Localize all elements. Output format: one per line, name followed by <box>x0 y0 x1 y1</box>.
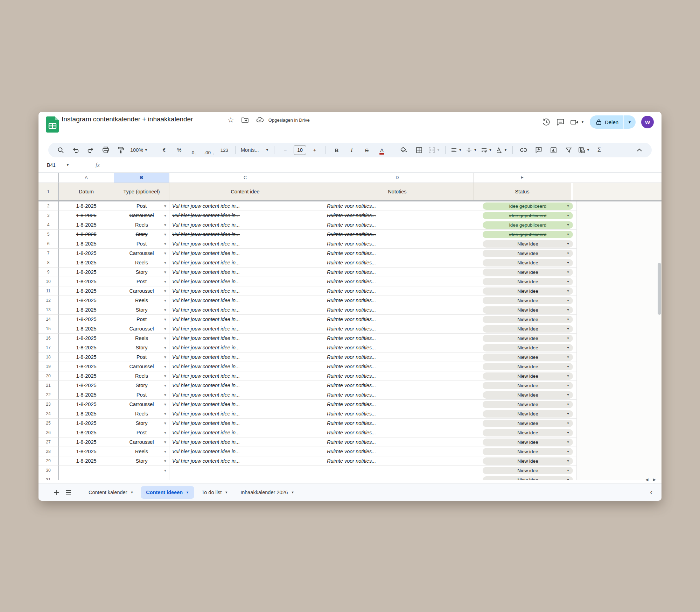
cell-notities[interactable]: Ruimte voor notities... <box>324 296 479 305</box>
cell-content-idee[interactable]: Vul hier jouw content idee in... <box>169 390 324 400</box>
dropdown-arrow-icon[interactable]: ▼ <box>163 365 167 369</box>
cell-datum[interactable]: 1-8-2025 <box>59 249 114 258</box>
header-cell[interactable]: Status <box>474 183 571 200</box>
cell-type[interactable]: ▼ <box>114 466 169 475</box>
dropdown-arrow-icon[interactable]: ▼ <box>163 431 167 435</box>
cell-empty-area[interactable] <box>577 381 662 390</box>
row-number[interactable]: 7 <box>38 249 59 258</box>
cell-datum[interactable]: 1-8-2025 <box>59 201 114 211</box>
row-number[interactable]: 4 <box>38 220 59 230</box>
row-number[interactable]: 5 <box>38 230 59 239</box>
vertical-scrollbar-thumb[interactable] <box>658 263 661 315</box>
cell-status[interactable]: Niew idee ▼ <box>479 475 577 480</box>
cell-notities[interactable]: Ruimte voor notities... <box>324 409 479 419</box>
name-box[interactable]: B41 ▼ <box>38 162 86 168</box>
cell-datum[interactable]: 1-8-2025 <box>59 456 114 466</box>
status-chip[interactable]: Niew idee ▼ <box>483 448 573 455</box>
cell-datum[interactable]: 1-8-2025 <box>59 362 114 371</box>
status-chip[interactable]: Niew idee ▼ <box>483 391 573 399</box>
cell-datum[interactable]: 1-8-2025 <box>59 277 114 286</box>
cell-type[interactable]: Story ▼ <box>114 343 169 353</box>
row-number[interactable]: 16 <box>38 334 59 343</box>
tab-dropdown-icon[interactable]: ▼ <box>130 491 133 494</box>
row-number[interactable]: 12 <box>38 296 59 305</box>
cell-status[interactable]: idee gepubliceerd ▼ <box>479 230 577 239</box>
dropdown-arrow-icon[interactable]: ▼ <box>163 384 167 387</box>
cell-datum[interactable]: 1-8-2025 <box>59 428 114 437</box>
menu-item[interactable] <box>107 129 114 131</box>
cell-empty-area[interactable] <box>577 268 662 277</box>
all-sheets-button[interactable] <box>62 486 74 498</box>
status-chip[interactable]: Niew idee ▼ <box>483 325 573 333</box>
cell-type[interactable]: Carroussel ▼ <box>114 324 169 334</box>
status-chip[interactable]: idee gepubliceerd ▼ <box>483 221 573 229</box>
status-chip[interactable]: Niew idee ▼ <box>483 420 573 427</box>
cell-type[interactable]: Carroussel ▼ <box>114 362 169 371</box>
cell-notities[interactable]: Ruimte voor notities... <box>324 286 479 296</box>
cell-empty-area[interactable] <box>577 239 662 249</box>
menu-item[interactable] <box>58 129 65 131</box>
cell-content-idee[interactable] <box>169 475 324 480</box>
cell-notities[interactable]: Ruimte voor notities... <box>324 239 479 249</box>
cell-content-idee[interactable]: Vul hier jouw content idee in... <box>169 296 324 305</box>
menu-item[interactable] <box>114 129 121 131</box>
row-number[interactable]: 22 <box>38 390 59 400</box>
header-cell[interactable]: Content idee <box>169 183 321 200</box>
cell-empty-area[interactable] <box>577 390 662 400</box>
dropdown-arrow-icon[interactable]: ▼ <box>163 289 167 293</box>
vertical-align-button[interactable]: ▼ <box>465 145 478 155</box>
dropdown-arrow-icon[interactable]: ▼ <box>163 299 167 303</box>
version-history-icon[interactable] <box>542 118 551 126</box>
status-chip[interactable]: Niew idee ▼ <box>483 316 573 323</box>
cell-empty-area[interactable] <box>577 286 662 296</box>
cell-empty-area[interactable] <box>577 220 662 230</box>
share-button[interactable]: Delen ▼ <box>590 115 636 129</box>
font-size-input[interactable]: 10 <box>294 145 306 155</box>
cell-type[interactable]: Story ▼ <box>114 268 169 277</box>
cell-type[interactable]: Reels ▼ <box>114 371 169 381</box>
column-header[interactable]: C <box>169 173 321 183</box>
row-number[interactable]: 30 <box>38 466 59 475</box>
increase-font-size-button[interactable]: + <box>308 145 321 155</box>
formula-input[interactable] <box>100 157 662 172</box>
cell-notities[interactable]: Ruimte voor notities... <box>324 353 479 362</box>
status-chip[interactable]: Niew idee ▼ <box>483 429 573 436</box>
dropdown-arrow-icon[interactable]: ▼ <box>163 251 167 255</box>
hide-toolbar-button[interactable] <box>633 145 646 155</box>
status-chip[interactable]: Niew idee ▼ <box>483 335 573 342</box>
cell-status[interactable]: Niew idee ▼ <box>479 239 577 249</box>
cell-notities[interactable]: Ruimte voor notities... <box>324 381 479 390</box>
cell-status[interactable]: Niew idee ▼ <box>479 371 577 381</box>
cell-type[interactable]: Reels ▼ <box>114 296 169 305</box>
cell-datum[interactable]: 1-8-2025 <box>59 305 114 315</box>
cell-content-idee[interactable]: Vul hier jouw content idee in... <box>169 381 324 390</box>
status-chip[interactable]: Niew idee ▼ <box>483 259 573 266</box>
cell-content-idee[interactable]: Vul hier jouw content idee in... <box>169 353 324 362</box>
cell-status[interactable]: Niew idee ▼ <box>479 353 577 362</box>
status-chip[interactable]: Niew idee ▼ <box>483 306 573 314</box>
cell-empty-area[interactable] <box>577 362 662 371</box>
row-number[interactable]: 19 <box>38 362 59 371</box>
table-tools-button[interactable]: ▼ <box>577 145 591 155</box>
comments-icon[interactable] <box>556 118 565 126</box>
status-chip[interactable]: Niew idee ▼ <box>483 278 573 285</box>
format-currency-button[interactable]: € <box>158 145 171 155</box>
cell-empty-area[interactable] <box>577 343 662 353</box>
undo-button[interactable] <box>69 145 82 155</box>
cell-type[interactable]: Story ▼ <box>114 419 169 428</box>
cell-type[interactable]: Carroussel ▼ <box>114 437 169 447</box>
tab-dropdown-icon[interactable]: ▼ <box>225 491 228 494</box>
cell-type[interactable]: Story ▼ <box>114 305 169 315</box>
cell-status[interactable]: Niew idee ▼ <box>479 324 577 334</box>
cell-type[interactable]: Story ▼ <box>114 456 169 466</box>
cell-content-idee[interactable]: Vul hier jouw content idee in... <box>169 230 324 239</box>
sheet-tab[interactable]: Content kalender ▼ <box>83 486 139 499</box>
cell-type[interactable]: Reels ▼ <box>114 334 169 343</box>
cell-content-idee[interactable] <box>169 466 324 475</box>
sheet-tab[interactable]: To do list ▼ <box>196 486 233 499</box>
meet-join-control[interactable]: ▼ <box>570 118 584 126</box>
cell-content-idee[interactable]: Vul hier jouw content idee in... <box>169 305 324 315</box>
cell-datum[interactable]: 1-8-2025 <box>59 286 114 296</box>
cell-type[interactable]: Reels ▼ <box>114 447 169 456</box>
share-dropdown-icon[interactable]: ▼ <box>623 115 636 129</box>
